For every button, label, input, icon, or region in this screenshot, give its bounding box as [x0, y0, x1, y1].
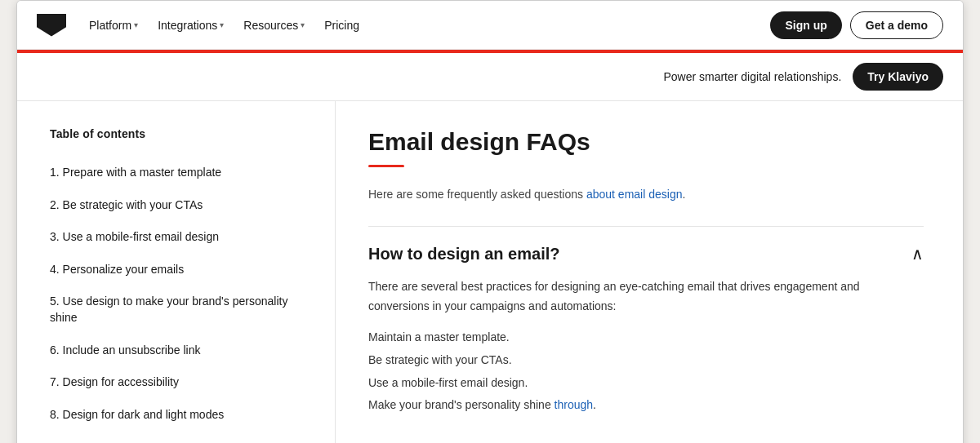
nav-integrations-label: Integrations — [158, 19, 217, 32]
toc-item-6[interactable]: 6. Include an unsubscribe link — [50, 334, 315, 367]
faq-list-item-4: Make your brand's personality shine thro… — [368, 396, 924, 415]
faq-list-link-4[interactable]: through — [555, 398, 593, 411]
nav-links: Platform ▾ Integrations ▾ Resources ▾ Pr… — [81, 14, 770, 37]
toc-item-3[interactable]: 3. Use a mobile-first email design — [50, 221, 315, 254]
klaviyo-logo[interactable] — [37, 14, 66, 37]
toc-title: Table of contents — [50, 127, 315, 140]
article-intro: Here are some frequently asked questions… — [368, 185, 924, 203]
faq-answer-intro: There are several best practices for des… — [368, 277, 924, 317]
platform-chevron-icon: ▾ — [134, 20, 138, 29]
intro-link[interactable]: about email design — [586, 188, 683, 201]
toc-item-7[interactable]: 7. Design for accessibility — [50, 366, 315, 399]
signup-button[interactable]: Sign up — [770, 11, 841, 39]
nav-pricing-label: Pricing — [324, 19, 359, 32]
resources-chevron-icon: ▾ — [301, 20, 305, 29]
faq-question-row[interactable]: How to design an email? ∧ — [368, 243, 924, 264]
nav-platform-label: Platform — [89, 19, 131, 32]
main-content: Table of contents 1. Prepare with a mast… — [17, 101, 963, 443]
faq-question: How to design an email? — [368, 243, 559, 264]
toc-item-2[interactable]: 2. Be strategic with your CTAs — [50, 189, 315, 222]
toc-item-1[interactable]: 1. Prepare with a master template — [50, 157, 315, 189]
nav-resources-label: Resources — [243, 19, 298, 32]
nav-pricing[interactable]: Pricing — [316, 14, 368, 37]
promo-bar: Power smarter digital relationships. Try… — [17, 53, 963, 101]
get-demo-button[interactable]: Get a demo — [850, 11, 943, 39]
nav-actions: Sign up Get a demo — [770, 11, 943, 39]
faq-list-item-3: Use a mobile-first email design. — [368, 374, 924, 393]
sidebar: Table of contents 1. Prepare with a mast… — [17, 101, 336, 443]
toc-list: 1. Prepare with a master template 2. Be … — [50, 157, 315, 431]
integrations-chevron-icon: ▾ — [220, 20, 224, 29]
browser-frame: Platform ▾ Integrations ▾ Resources ▾ Pr… — [16, 0, 964, 443]
article-title: Email design FAQs — [368, 127, 924, 157]
nav-resources[interactable]: Resources ▾ — [235, 14, 313, 37]
nav-platform[interactable]: Platform ▾ — [81, 14, 146, 37]
faq-list-item-2: Be strategic with your CTAs. — [368, 351, 924, 370]
faq-collapse-icon[interactable]: ∧ — [911, 244, 924, 264]
try-klaviyo-button[interactable]: Try Klaviyo — [853, 63, 943, 91]
nav-integrations[interactable]: Integrations ▾ — [149, 14, 232, 37]
navbar: Platform ▾ Integrations ▾ Resources ▾ Pr… — [17, 1, 963, 50]
promo-text: Power smarter digital relationships. — [663, 70, 841, 83]
title-underline — [368, 165, 404, 167]
toc-item-4[interactable]: 4. Personalize your emails — [50, 254, 315, 286]
toc-item-8[interactable]: 8. Design for dark and light modes — [50, 399, 315, 432]
faq-section: How to design an email? ∧ There are seve… — [368, 226, 924, 415]
toc-item-5[interactable]: 5. Use design to make your brand's perso… — [50, 286, 315, 334]
article: Email design FAQs Here are some frequent… — [336, 101, 963, 443]
faq-list-item-1: Maintain a master template. — [368, 328, 924, 348]
